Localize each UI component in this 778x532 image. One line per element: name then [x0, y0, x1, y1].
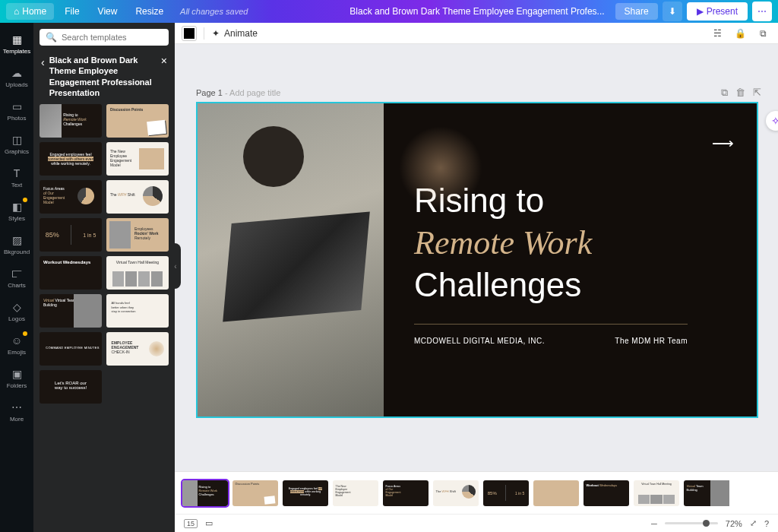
grid-view-icon[interactable]: ▭ — [205, 518, 213, 528]
delete-icon[interactable]: 🗑 — [735, 87, 745, 99]
page-thumb[interactable]: 85%1 in 5 — [483, 480, 529, 506]
close-button[interactable]: × — [161, 55, 167, 67]
template-thumb[interactable]: The NewEmployeeEngagementModel — [106, 142, 169, 176]
rail-graphics[interactable]: ◫Graphics — [0, 128, 33, 160]
rail-label: Logos — [8, 315, 25, 322]
page-thumb[interactable]: Virtual TeamBuilding — [684, 480, 729, 506]
template-thumb[interactable]: Let's ROAR ourway to success! — [40, 370, 102, 404]
page-thumbnails: Rising toRemote WorkChallenges Discussio… — [175, 471, 778, 514]
template-thumb[interactable]: EmployeesRockin' WorkRemotely — [106, 218, 169, 252]
slide-content: ⟶ Rising to Remote Work Challenges MCDOW… — [384, 103, 757, 416]
template-thumb[interactable]: Engaged employees feel connected with ot… — [40, 142, 102, 176]
present-button[interactable]: ▶ Present — [687, 2, 748, 21]
document-title[interactable]: Black and Brown Dark Theme Employee Enga… — [349, 6, 604, 17]
divider — [414, 324, 688, 325]
more-icon: ⋯ — [10, 401, 24, 414]
rail-logos[interactable]: ◇Logos — [0, 295, 33, 327]
rail-label: Emojis — [8, 349, 26, 356]
page-thumb[interactable]: Focus Areasof OurEngagementModel — [383, 480, 429, 506]
rail-emojis[interactable]: ☺Emojis — [0, 328, 33, 360]
template-thumb[interactable]: All hands feelbetter when theystay in co… — [106, 294, 169, 328]
page-thumb[interactable] — [533, 480, 579, 506]
chevron-left-icon: ‹ — [174, 262, 176, 271]
effects-button[interactable]: ☵ — [710, 26, 725, 41]
resize-menu[interactable]: Resize — [128, 3, 171, 20]
home-label: Home — [22, 6, 46, 17]
zoom-level[interactable]: 72% — [726, 519, 742, 528]
templates-panel: 🔍 ‹ Black and Brown Dark Theme Employee … — [33, 23, 175, 532]
top-toolbar: ⌂ Home File View Resize All changes save… — [0, 0, 778, 23]
home-icon: ⌂ — [14, 6, 19, 17]
fullscreen-icon[interactable]: ⤢ — [750, 518, 757, 528]
status-bar: 15 ▭ ─ 72% ⤢ ? — [175, 514, 778, 532]
zoom-slider[interactable] — [665, 522, 718, 524]
duplicate-page-button[interactable]: ⧉ — [755, 26, 770, 41]
page-thumb[interactable]: The NewEmployeeEngagementModel — [333, 480, 378, 506]
template-thumb[interactable]: COMMAND EMPLOYEE MINUTES — [40, 332, 102, 366]
home-button[interactable]: ⌂ Home — [6, 3, 54, 20]
more-menu[interactable]: ⋯ — [752, 2, 772, 21]
logos-icon: ◇ — [10, 300, 24, 314]
add-page-title: - Add page title — [223, 88, 280, 97]
play-icon: ▶ — [697, 6, 704, 17]
slide-canvas[interactable]: ⟶ Rising to Remote Work Challenges MCDOW… — [196, 102, 758, 418]
pages-icon[interactable]: 15 — [184, 519, 198, 528]
page-label[interactable]: Page 1 - Add page title — [196, 88, 280, 97]
rail-bkground[interactable]: ▨Bkground — [0, 228, 33, 260]
template-thumb[interactable]: Workout Wednesdays — [40, 256, 102, 290]
duplicate-icon[interactable]: ⧉ — [721, 87, 728, 99]
template-thumb[interactable]: The WFH Shift — [106, 180, 169, 214]
rail-templates[interactable]: ▦Templates — [0, 27, 33, 59]
template-thumb[interactable]: Virtual Town Hall Meeting — [106, 256, 169, 290]
zoom-out-icon[interactable]: ─ — [651, 519, 657, 528]
animate-button[interactable]: ✦ Animate — [212, 28, 258, 39]
slide-photo[interactable] — [198, 103, 384, 416]
rail-folders[interactable]: ▣Folders — [0, 362, 33, 394]
page-thumb[interactable]: Virtual Town Hall Meeting — [634, 480, 679, 506]
templates-icon: ▦ — [10, 33, 24, 46]
template-thumb[interactable]: Discussion Points — [106, 104, 169, 138]
rail-charts[interactable]: ⫍Charts — [0, 261, 33, 293]
search-box[interactable]: 🔍 — [40, 29, 169, 46]
present-label: Present — [707, 6, 738, 17]
file-menu[interactable]: File — [57, 3, 87, 20]
footer-company: MCDOWELL DIGITAL MEDIA, INC. — [414, 337, 545, 345]
rail-uploads[interactable]: ☁Uploads — [0, 61, 33, 93]
slide-footer[interactable]: MCDOWELL DIGITAL MEDIA, INC. The MDM HR … — [414, 337, 688, 345]
template-thumb[interactable]: 85%1 in 5 — [40, 218, 102, 252]
lock-button[interactable]: 🔒 — [732, 26, 748, 41]
page-thumb[interactable]: Discussion Points — [232, 480, 278, 506]
page-thumb[interactable]: Rising toRemote WorkChallenges — [182, 480, 228, 506]
photos-icon: ▭ — [10, 100, 24, 113]
arrow-icon[interactable]: ⟶ — [712, 134, 734, 152]
page-thumb[interactable]: The WFH Shift — [433, 480, 479, 506]
rail-label: Text — [11, 182, 23, 188]
search-input[interactable] — [62, 33, 166, 42]
rail-text[interactable]: TText — [0, 161, 33, 193]
collapse-panel-button[interactable]: ‹ — [170, 243, 181, 289]
view-menu[interactable]: View — [90, 3, 125, 20]
template-thumb[interactable]: Virtual Virtual TeamBuilding — [40, 294, 102, 328]
page-thumb[interactable]: Engaged employees feel will others even … — [283, 480, 328, 506]
bkground-icon: ▨ — [10, 233, 24, 247]
back-button[interactable]: ‹ — [41, 55, 45, 68]
export-icon[interactable]: ⇱ — [753, 87, 761, 99]
page-actions: ⧉ 🗑 ⇱ — [721, 87, 761, 99]
background-color-swatch[interactable] — [182, 27, 196, 40]
side-rail: ▦Templates ☁Uploads ▭Photos ◫Graphics TT… — [0, 23, 33, 532]
comments-button[interactable]: ✧ — [766, 111, 778, 131]
template-thumb[interactable]: Focus Areasof OurEngagementModel — [40, 180, 102, 214]
page-thumb[interactable]: Workout Wednesdays — [584, 480, 629, 506]
rail-more[interactable]: ⋯More — [0, 395, 33, 427]
heading-line3: Challenges — [414, 266, 581, 303]
template-thumb[interactable]: EMPLOYEEENGAGEMENTCHECK-IN — [106, 332, 169, 366]
styles-icon: ◧ — [10, 200, 24, 214]
rail-photos[interactable]: ▭Photos — [0, 94, 33, 126]
canvas-area[interactable]: Page 1 - Add page title ⧉ 🗑 ⇱ ⟶ Rising t… — [175, 44, 778, 471]
share-button[interactable]: Share — [615, 3, 658, 20]
download-button[interactable]: ⬇ — [663, 2, 682, 21]
blur-circle — [399, 126, 482, 210]
rail-styles[interactable]: ◧Styles — [0, 195, 33, 226]
help-icon[interactable]: ? — [764, 519, 769, 528]
template-thumb[interactable]: Rising toRemote WorkChallenges — [40, 104, 102, 138]
